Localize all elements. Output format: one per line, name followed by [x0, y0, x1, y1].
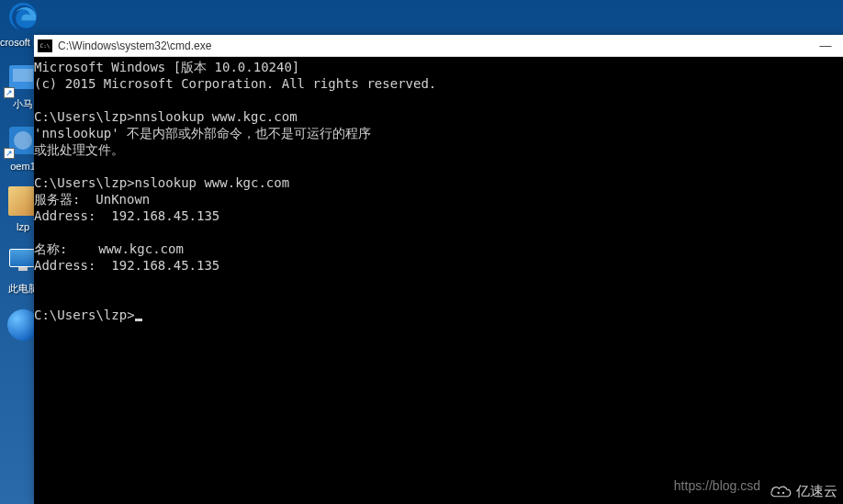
out-line: Address: 192.168.45.135: [34, 258, 219, 273]
svg-rect-2: [13, 69, 33, 82]
out-line: Address: 192.168.45.135: [34, 208, 219, 223]
out-line: Microsoft Windows [版本 10.0.10240]: [34, 60, 299, 74]
out-line: (c) 2015 Microsoft Corporation. All righ…: [34, 76, 436, 91]
cloud-logo-icon: [769, 484, 792, 500]
shortcut-arrow-icon: ↗: [4, 87, 15, 98]
watermark-url: https://blog.csd: [674, 478, 760, 493]
svg-point-4: [14, 131, 32, 150]
out-line: 名称: www.kgc.com: [34, 241, 184, 256]
icon-label: lzp: [17, 221, 29, 232]
icon-label: oem1: [10, 161, 36, 172]
svg-point-6: [782, 491, 784, 493]
svg-point-5: [778, 491, 780, 493]
title-bar[interactable]: C:\Windows\system32\cmd.exe —: [34, 35, 843, 57]
out-line: C:\Users\lzp>nslookup www.kgc.com: [34, 175, 289, 190]
watermark-text: 亿速云: [796, 483, 837, 500]
cmd-window: C:\Windows\system32\cmd.exe — Microsoft …: [34, 35, 843, 504]
prompt: C:\Users\lzp>: [34, 308, 135, 322]
window-title: C:\Windows\system32\cmd.exe: [58, 39, 812, 52]
out-line: C:\Users\lzp>nnslookup www.kgc.com: [34, 109, 298, 124]
edge-icon: [5, 0, 41, 35]
shortcut-arrow-icon: ↗: [4, 148, 15, 159]
watermark-brand: 亿速云: [769, 483, 837, 500]
out-line: 'nnslookup' 不是内部或外部命令，也不是可运行的程序: [34, 126, 371, 140]
icon-label: 小马: [13, 97, 33, 111]
out-line: 服务器: UnKnown: [34, 192, 150, 207]
out-line: 或批处理文件。: [34, 142, 124, 157]
minimize-button[interactable]: —: [812, 36, 839, 56]
terminal-output[interactable]: Microsoft Windows [版本 10.0.10240] (c) 20…: [34, 57, 843, 504]
cursor: [135, 319, 142, 321]
cmd-icon: [38, 39, 52, 52]
